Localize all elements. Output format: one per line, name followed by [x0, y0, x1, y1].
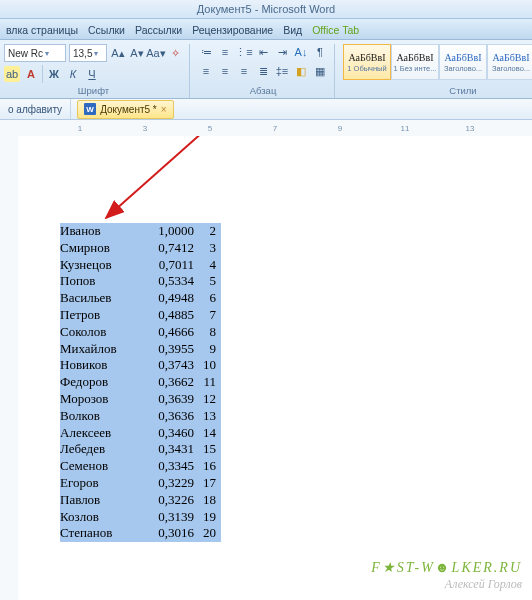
value-cell: 0,3639: [138, 391, 194, 408]
value-cell: 0,7412: [138, 240, 194, 257]
style-no-spacing[interactable]: АаБбВвІ 1 Без инте...: [391, 44, 439, 80]
font-color-icon[interactable]: A: [23, 66, 39, 82]
surname-cell: Иванов: [60, 223, 138, 240]
selected-text[interactable]: Иванов1,0000 2Смирнов0,7412 3Кузнецов0,7…: [60, 223, 221, 542]
align-center-icon[interactable]: ≡: [217, 63, 233, 79]
surname-cell: Попов: [60, 273, 138, 290]
style-normal[interactable]: АаБбВвІ 1 Обычный: [343, 44, 391, 80]
value-cell: 0,3662: [138, 374, 194, 391]
surname-cell: Соколов: [60, 324, 138, 341]
borders-icon[interactable]: ▦: [312, 63, 328, 79]
rank-cell: 2: [194, 223, 216, 240]
value-cell: 0,3743: [138, 357, 194, 374]
table-row[interactable]: Семенов0,3345 16: [60, 458, 221, 475]
surname-cell: Петров: [60, 307, 138, 324]
ruler-mark: 5: [208, 124, 212, 133]
ruler-mark: 9: [338, 124, 342, 133]
table-row[interactable]: Кузнецов0,7011 4: [60, 257, 221, 274]
italic-icon[interactable]: К: [65, 66, 81, 82]
table-row[interactable]: Смирнов0,7412 3: [60, 240, 221, 257]
style-heading1[interactable]: АаБбВвІ Заголово...: [439, 44, 487, 80]
ribbon-group-styles: АаБбВвІ 1 Обычный АаБбВвІ 1 Без инте... …: [343, 44, 532, 98]
close-icon[interactable]: ×: [161, 104, 167, 115]
horizontal-ruler[interactable]: 1 3 5 7 9 11 13: [0, 120, 532, 137]
sort-icon[interactable]: A↓: [293, 44, 309, 60]
align-right-icon[interactable]: ≡: [236, 63, 252, 79]
grow-font-icon[interactable]: A▴: [110, 45, 126, 61]
table-row[interactable]: Степанов0,3016 20: [60, 525, 221, 542]
table-row[interactable]: Алексеев0,3460 14: [60, 425, 221, 442]
chevron-down-icon: ▾: [94, 49, 98, 58]
underline-icon[interactable]: Ч: [84, 66, 100, 82]
multilevel-list-icon[interactable]: ⋮≡: [236, 44, 252, 60]
table-row[interactable]: Лебедев0,3431 15: [60, 441, 221, 458]
table-row[interactable]: Попов0,5334 5: [60, 273, 221, 290]
style-sample: АаБбВвІ: [492, 52, 529, 63]
surname-cell: Павлов: [60, 492, 138, 509]
table-row[interactable]: Иванов1,0000 2: [60, 223, 221, 240]
table-row[interactable]: Васильев0,4948 6: [60, 290, 221, 307]
numbering-icon[interactable]: ≡: [217, 44, 233, 60]
surname-cell: Морозов: [60, 391, 138, 408]
table-row[interactable]: Соколов0,4666 8: [60, 324, 221, 341]
ruler-mark: 1: [78, 124, 82, 133]
styles-gallery: АаБбВвІ 1 Обычный АаБбВвІ 1 Без инте... …: [343, 44, 532, 80]
tab-view[interactable]: Вид: [283, 24, 302, 36]
font-name-combo[interactable]: New Rc ▾: [4, 44, 66, 62]
ruler-mark: 11: [401, 124, 410, 133]
ruler-mark: 7: [273, 124, 277, 133]
document-tab[interactable]: W Документ5 * ×: [77, 100, 173, 119]
increase-indent-icon[interactable]: ⇥: [274, 44, 290, 60]
table-row[interactable]: Петров0,4885 7: [60, 307, 221, 324]
value-cell: 0,3226: [138, 492, 194, 509]
table-row[interactable]: Волков0,3636 13: [60, 408, 221, 425]
value-cell: 0,3139: [138, 509, 194, 526]
line-spacing-icon[interactable]: ‡≡: [274, 63, 290, 79]
decrease-indent-icon[interactable]: ⇤: [255, 44, 271, 60]
text-highlight-icon[interactable]: ab: [4, 66, 20, 82]
table-row[interactable]: Павлов0,3226 18: [60, 492, 221, 509]
justify-icon[interactable]: ≣: [255, 63, 271, 79]
tab-page-layout[interactable]: влка страницы: [6, 24, 78, 36]
table-row[interactable]: Егоров0,3229 17: [60, 475, 221, 492]
table-row[interactable]: Морозов0,3639 12: [60, 391, 221, 408]
shading-icon[interactable]: ◧: [293, 63, 309, 79]
style-sample: АаБбВвІ: [396, 52, 433, 63]
surname-cell: Семенов: [60, 458, 138, 475]
value-cell: 0,4666: [138, 324, 194, 341]
show-formatting-icon[interactable]: ¶: [312, 44, 328, 60]
shrink-font-icon[interactable]: A▾: [129, 45, 145, 61]
value-cell: 0,5334: [138, 273, 194, 290]
ribbon-group-paragraph: ≔ ≡ ⋮≡ ⇤ ⇥ A↓ ¶ ≡ ≡ ≡ ≣ ‡≡ ◧ ▦ Абзац: [198, 44, 335, 98]
value-cell: 0,3636: [138, 408, 194, 425]
rank-cell: 14: [194, 425, 216, 442]
vertical-ruler[interactable]: [0, 136, 19, 600]
tab-review[interactable]: Рецензирование: [192, 24, 273, 36]
ribbon-group-font: New Rc ▾ 13,5 ▾ A▴ A▾ Aa▾ ✧ ab A Ж К Ч: [4, 44, 190, 98]
tab-office-tab[interactable]: Office Tab: [312, 24, 359, 36]
document-page[interactable]: Иванов1,0000 2Смирнов0,7412 3Кузнецов0,7…: [18, 136, 532, 600]
table-row[interactable]: Новиков0,3743 10: [60, 357, 221, 374]
clear-formatting-icon[interactable]: ✧: [167, 45, 183, 61]
rank-cell: 10: [194, 357, 216, 374]
rank-cell: 18: [194, 492, 216, 509]
svg-line-1: [106, 136, 266, 218]
tab-mailings[interactable]: Рассылки: [135, 24, 182, 36]
style-heading2[interactable]: АаБбВвІ Заголово...: [487, 44, 532, 80]
sort-caption: о алфавиту: [0, 99, 71, 119]
change-case-icon[interactable]: Aa▾: [148, 45, 164, 61]
style-caption: Заголово...: [444, 64, 482, 73]
bold-icon[interactable]: Ж: [46, 66, 62, 82]
bullets-icon[interactable]: ≔: [198, 44, 214, 60]
chevron-down-icon: ▾: [45, 49, 49, 58]
font-name-value: New Rc: [8, 48, 43, 59]
value-cell: 0,4948: [138, 290, 194, 307]
table-row[interactable]: Федоров0,3662 11: [60, 374, 221, 391]
rank-cell: 7: [194, 307, 216, 324]
align-left-icon[interactable]: ≡: [198, 63, 214, 79]
rank-cell: 6: [194, 290, 216, 307]
font-size-combo[interactable]: 13,5 ▾: [69, 44, 107, 62]
table-row[interactable]: Михайлов0,3955 9: [60, 341, 221, 358]
table-row[interactable]: Козлов0,3139 19: [60, 509, 221, 526]
tab-references[interactable]: Ссылки: [88, 24, 125, 36]
